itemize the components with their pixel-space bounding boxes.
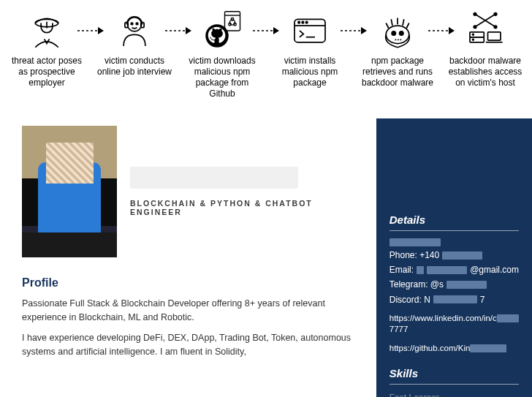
skills-heading: Skills bbox=[390, 367, 519, 379]
profile-paragraph: I have experience developing DeFi, DEX, … bbox=[22, 331, 365, 360]
detail-phone: Phone: +140 bbox=[390, 249, 519, 261]
chain-caption: victim installs malicious npm package bbox=[270, 56, 349, 88]
svg-point-18 bbox=[305, 21, 307, 23]
svg-point-30 bbox=[473, 34, 474, 35]
detail-discord: Discord: N7 bbox=[390, 294, 519, 306]
divider bbox=[390, 230, 519, 231]
detail-telegram: Telegram: @s bbox=[390, 279, 519, 290]
svg-point-27 bbox=[494, 26, 497, 29]
svg-point-31 bbox=[473, 39, 474, 40]
detail-linkedin: https://www.linkedin.com/in/c 7777 bbox=[390, 313, 519, 336]
role-line: BLOCKCHAIN & PYTHON & CHATBOT ENGINEER bbox=[130, 199, 365, 216]
chain-step-interview: victim conducts online job interview bbox=[95, 10, 174, 77]
profile-paragraph: Passionate Full Stack & Blockchain Devel… bbox=[22, 297, 365, 325]
profile-heading: Profile bbox=[22, 276, 365, 290]
resume-section: BLOCKCHAIN & PYTHON & CHATBOT ENGINEER P… bbox=[0, 118, 532, 397]
svg-point-25 bbox=[494, 13, 497, 16]
chain-step-backdoor: backdoor malware establishes access on v… bbox=[446, 10, 525, 88]
server-laptop-crossbones-icon bbox=[465, 10, 506, 51]
resume-main: BLOCKCHAIN & PYTHON & CHATBOT ENGINEER P… bbox=[0, 118, 376, 397]
chain-caption: npm package retrieves and runs backdoor … bbox=[358, 56, 437, 88]
terminal-icon bbox=[289, 10, 330, 51]
chain-caption: backdoor malware establishes access on v… bbox=[446, 56, 525, 88]
svg-rect-32 bbox=[488, 32, 501, 40]
svg-point-5 bbox=[131, 23, 133, 25]
svg-point-17 bbox=[302, 21, 303, 23]
chain-caption: threat actor poses as prospective employ… bbox=[7, 56, 86, 88]
details-heading: Details bbox=[390, 213, 519, 226]
attack-chain-diagram: threat actor poses as prospective employ… bbox=[0, 0, 532, 105]
chain-caption: victim conducts online job interview bbox=[95, 56, 174, 77]
profile-photo-redacted bbox=[22, 126, 117, 257]
detail-email: Email: @gmail.com bbox=[390, 264, 519, 276]
svg-point-2 bbox=[127, 18, 141, 31]
svg-point-20 bbox=[386, 26, 409, 44]
svg-point-26 bbox=[474, 26, 476, 29]
detail-github: https://github.com/Kin bbox=[390, 343, 519, 355]
skill-item: Fast Learner bbox=[390, 392, 519, 397]
chain-step-employer: threat actor poses as prospective employ… bbox=[7, 10, 86, 88]
name-redacted bbox=[130, 167, 298, 189]
resume-sidebar: Details Phone: +140 Email: @gmail.com Te… bbox=[376, 118, 532, 397]
svg-point-22 bbox=[400, 31, 403, 35]
detail-name-redacted bbox=[390, 238, 519, 246]
threat-actor-icon bbox=[26, 10, 67, 51]
chain-step-retrieve: npm package retrieves and runs backdoor … bbox=[358, 10, 437, 88]
malware-skull-icon bbox=[377, 10, 418, 51]
svg-point-24 bbox=[474, 13, 476, 16]
profile-body: Passionate Full Stack & Blockchain Devel… bbox=[22, 297, 365, 360]
svg-rect-8 bbox=[225, 12, 240, 31]
chain-step-install: victim installs malicious npm package bbox=[270, 10, 349, 88]
svg-point-16 bbox=[298, 21, 300, 23]
github-biohazard-icon bbox=[202, 10, 243, 51]
person-headset-icon bbox=[114, 10, 155, 51]
chain-step-download: victim downloads malicious npm package f… bbox=[183, 10, 262, 99]
svg-point-21 bbox=[392, 31, 395, 35]
chain-caption: victim downloads malicious npm package f… bbox=[183, 56, 262, 99]
svg-point-6 bbox=[136, 23, 138, 25]
divider bbox=[390, 384, 519, 385]
